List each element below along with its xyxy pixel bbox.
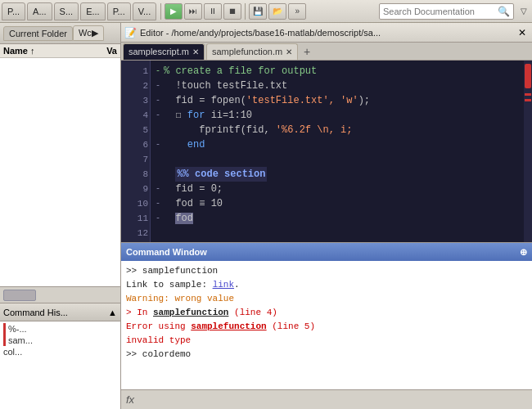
tab-label-samplescript: samplescript.m: [128, 47, 189, 56]
cmd-history-expand[interactable]: ▲: [108, 308, 117, 317]
tab-current-folder[interactable]: Current Folder: [3, 26, 73, 41]
filter-button[interactable]: ▽: [517, 5, 530, 17]
tab-samplescript[interactable]: samplescript.m ✕: [123, 43, 205, 60]
cmd-line-5: invalid type: [126, 334, 527, 348]
tab-samplefunction[interactable]: samplefunction.m ✕: [206, 43, 298, 60]
file-col-name: Name ↑: [3, 46, 92, 56]
file-panel: Name ↑ Va: [0, 44, 120, 286]
cmd-history-header: Command His... ▲: [0, 303, 120, 321]
history-item-0[interactable]: %-...: [3, 323, 117, 335]
scrollbar-mark-2: [525, 99, 531, 101]
fx-bar: fx: [121, 389, 532, 409]
cmd-window-header: Command Window ⊕: [121, 243, 532, 261]
cmd-line-3: > In samplefunction (line 4): [126, 306, 527, 320]
sample-link[interactable]: link: [213, 280, 234, 290]
cmd-line-2: Warning: wrong value: [126, 292, 527, 306]
editor-close-button[interactable]: ✕: [516, 26, 529, 39]
search-icon: 🔍: [498, 6, 510, 17]
error-func-link-1[interactable]: samplefunction: [153, 308, 228, 317]
editor-area: 📝 Editor - /home/andy/projects/base16-ma…: [121, 23, 532, 409]
error-func-link-2[interactable]: samplefunction: [191, 321, 266, 331]
step-button[interactable]: ⏭: [184, 3, 202, 20]
tab-close-samplefunction[interactable]: ✕: [286, 47, 292, 56]
toolbar-tab-p1[interactable]: P...: [2, 2, 25, 20]
fx-label: fx: [126, 393, 134, 406]
scrollbar-mark-1: [525, 93, 531, 96]
cmd-line-6: >> colordemo: [126, 348, 527, 362]
toolbar-tab-e[interactable]: E...: [80, 2, 106, 20]
pause-button[interactable]: ⏸: [204, 3, 222, 20]
toolbar-tab-s[interactable]: S...: [54, 2, 79, 20]
open-button[interactable]: 📂: [268, 3, 286, 20]
sep2: [245, 3, 246, 20]
scroll-thumb[interactable]: [3, 290, 36, 301]
code-editor[interactable]: 1 2 3 4 5 6 7 8 9 10 11 12 -% create a f…: [121, 61, 532, 242]
file-col-val: Va: [92, 46, 117, 56]
cmd-history-title: Command His...: [3, 308, 68, 317]
toolbar-tab-v[interactable]: V...: [133, 2, 157, 20]
history-item-1[interactable]: sam...: [3, 335, 117, 346]
command-window: Command Window ⊕ >> samplefunction Link …: [121, 242, 532, 389]
cmd-line-4: Error using samplefunction (line 5): [126, 320, 527, 334]
code-content: -% create a file for output - !touch tes…: [151, 61, 524, 242]
add-tab-button[interactable]: +: [300, 44, 314, 59]
search-box[interactable]: 🔍: [379, 3, 514, 20]
tab-label-samplefunction: samplefunction.m: [212, 47, 282, 56]
line-numbers: 1 2 3 4 5 6 7 8 9 10 11 12: [121, 61, 151, 242]
sep1: [160, 3, 161, 20]
save-button[interactable]: 💾: [249, 3, 267, 20]
run-button[interactable]: ▶: [165, 3, 183, 20]
vertical-scrollbar[interactable]: [524, 61, 532, 242]
sidebar: Current Folder Wc▶ Name ↑ Va Command His…: [0, 23, 121, 409]
cmd-history-list: %-... sam... col...: [0, 321, 120, 409]
scrollbar-thumb[interactable]: [525, 64, 531, 88]
editor-title: Editor - /home/andy/projects/base16-matl…: [140, 28, 516, 38]
cmd-window-expand[interactable]: ⊕: [520, 247, 527, 258]
cmd-history-panel: Command His... ▲ %-... sam... col...: [0, 303, 120, 409]
scroll-area[interactable]: [0, 286, 120, 303]
main-area: Current Folder Wc▶ Name ↑ Va Command His…: [0, 23, 532, 409]
toolbar-tab-a[interactable]: A...: [27, 2, 52, 20]
file-header: Name ↑ Va: [0, 44, 120, 58]
stop-button[interactable]: ⏹: [223, 3, 241, 20]
editor-icon: 📝: [124, 27, 137, 38]
toolbar: P... A... S... E... P... V... ▶ ⏭ ⏸ ⏹ 💾 …: [0, 0, 532, 23]
more-button[interactable]: »: [288, 3, 306, 20]
sidebar-header: Current Folder Wc▶: [0, 23, 120, 44]
cmd-line-0: >> samplefunction: [126, 264, 527, 278]
editor-titlebar: 📝 Editor - /home/andy/projects/base16-ma…: [121, 23, 532, 43]
search-input[interactable]: [383, 7, 498, 16]
tab-workspace[interactable]: Wc▶: [73, 25, 104, 41]
cmd-window-body[interactable]: >> samplefunction Link to sample: link. …: [121, 261, 532, 389]
cmd-line-1: Link to sample: link.: [126, 278, 527, 292]
cmd-window-title: Command Window: [126, 247, 207, 257]
editor-tabs: samplescript.m ✕ samplefunction.m ✕ +: [121, 43, 532, 61]
toolbar-tab-p2[interactable]: P...: [107, 2, 131, 20]
history-item-2[interactable]: col...: [3, 346, 117, 357]
tab-close-samplescript[interactable]: ✕: [192, 47, 199, 56]
